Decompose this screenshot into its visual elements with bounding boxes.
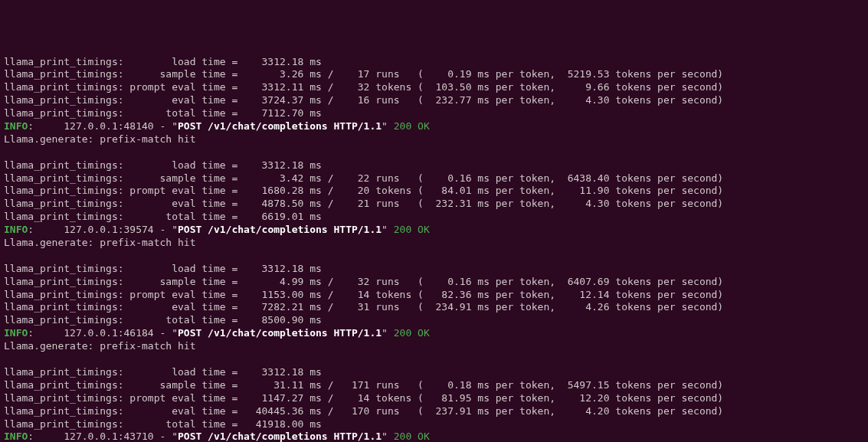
info-mid: "	[382, 120, 394, 132]
info-status: 200 OK	[394, 327, 430, 339]
timing-line: llama_print_timings: total time = 6619.0…	[4, 211, 864, 224]
info-address: : 127.0.0.1:46184 - "	[28, 327, 178, 339]
info-line: INFO: 127.0.0.1:48140 - "POST /v1/chat/c…	[4, 120, 864, 133]
blank-line	[4, 146, 864, 159]
timing-line: llama_print_timings: eval time = 7282.21…	[4, 301, 864, 314]
timing-line: llama_print_timings: prompt eval time = …	[4, 289, 864, 302]
timing-line: llama_print_timings: sample time = 3.42 …	[4, 172, 864, 185]
info-line: INFO: 127.0.0.1:43710 - "POST /v1/chat/c…	[4, 431, 864, 442]
info-status: 200 OK	[394, 120, 430, 132]
terminal-output: llama_print_timings: load time = 3312.18…	[4, 56, 864, 442]
generate-line: Llama.generate: prefix-match hit	[4, 340, 864, 353]
info-request: POST /v1/chat/completions HTTP/1.1	[178, 224, 382, 235]
info-line: INFO: 127.0.0.1:39574 - "POST /v1/chat/c…	[4, 224, 864, 237]
timing-line: llama_print_timings: eval time = 4878.50…	[4, 198, 864, 211]
info-mid: "	[382, 431, 394, 442]
timing-line: llama_print_timings: prompt eval time = …	[4, 185, 864, 198]
generate-line: Llama.generate: prefix-match hit	[4, 237, 864, 250]
timing-line: llama_print_timings: total time = 8500.9…	[4, 314, 864, 327]
generate-line: Llama.generate: prefix-match hit	[4, 133, 864, 146]
info-address: : 127.0.0.1:48140 - "	[28, 120, 178, 132]
timing-line: llama_print_timings: total time = 7112.7…	[4, 107, 864, 120]
timing-line: llama_print_timings: load time = 3312.18…	[4, 56, 864, 69]
info-mid: "	[382, 327, 394, 339]
info-label: INFO	[4, 224, 28, 235]
timing-line: llama_print_timings: eval time = 3724.37…	[4, 94, 864, 107]
timing-line: llama_print_timings: prompt eval time = …	[4, 392, 864, 405]
blank-line	[4, 250, 864, 263]
timing-line: llama_print_timings: sample time = 31.11…	[4, 379, 864, 392]
timing-line: llama_print_timings: prompt eval time = …	[4, 81, 864, 94]
timing-line: llama_print_timings: load time = 3312.18…	[4, 159, 864, 172]
blank-line	[4, 353, 864, 366]
timing-line: llama_print_timings: load time = 3312.18…	[4, 366, 864, 379]
info-line: INFO: 127.0.0.1:46184 - "POST /v1/chat/c…	[4, 327, 864, 340]
timing-line: llama_print_timings: total time = 41918.…	[4, 418, 864, 431]
timing-line: llama_print_timings: load time = 3312.18…	[4, 263, 864, 276]
info-address: : 127.0.0.1:43710 - "	[28, 431, 178, 442]
info-request: POST /v1/chat/completions HTTP/1.1	[178, 327, 382, 339]
info-label: INFO	[4, 327, 28, 339]
timing-line: llama_print_timings: eval time = 40445.3…	[4, 405, 864, 418]
info-request: POST /v1/chat/completions HTTP/1.1	[178, 431, 382, 442]
timing-line: llama_print_timings: sample time = 3.26 …	[4, 68, 864, 81]
info-status: 200 OK	[394, 431, 430, 442]
info-status: 200 OK	[394, 224, 430, 235]
info-label: INFO	[4, 120, 28, 132]
info-request: POST /v1/chat/completions HTTP/1.1	[178, 120, 382, 132]
info-mid: "	[382, 224, 394, 235]
timing-line: llama_print_timings: sample time = 4.99 …	[4, 276, 864, 289]
info-label: INFO	[4, 431, 28, 442]
info-address: : 127.0.0.1:39574 - "	[28, 224, 178, 235]
